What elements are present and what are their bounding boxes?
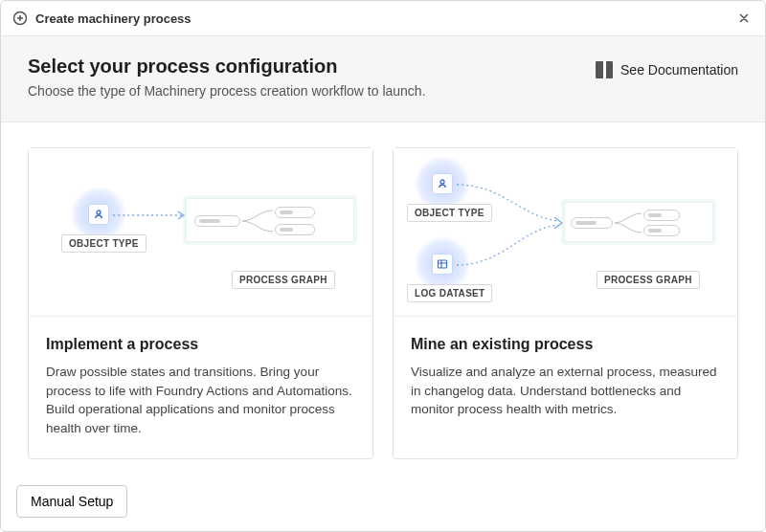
mine-card-body: Mine an existing process Visualize and a… <box>394 317 737 440</box>
manual-setup-button[interactable]: Manual Setup <box>16 485 127 518</box>
object-type-icon <box>432 173 453 194</box>
flow-arrows <box>455 175 566 271</box>
svg-rect-3 <box>439 260 447 268</box>
titlebar: Create machinery process <box>1 1 765 36</box>
implement-illustration: OBJECT TYPE <box>29 148 372 317</box>
page-title: Select your process configuration <box>28 55 596 78</box>
mine-title: Mine an existing process <box>411 336 720 353</box>
footer: Manual Setup <box>1 472 765 531</box>
process-graph-box <box>186 198 354 242</box>
see-documentation-link[interactable]: See Documentation <box>596 61 738 78</box>
implement-title: Implement a process <box>46 336 355 353</box>
doc-link-label: See Documentation <box>620 62 738 78</box>
mine-illustration: OBJECT TYPE LOG DATASET <box>394 148 737 317</box>
process-graph-tag: PROCESS GRAPH <box>232 271 335 289</box>
header: Select your process configuration Choose… <box>1 36 765 122</box>
page-subtitle: Choose the type of Machinery process cre… <box>28 83 596 99</box>
process-graph-tag: PROCESS GRAPH <box>597 271 700 289</box>
svg-point-2 <box>440 180 444 184</box>
flow-arrow <box>111 204 188 233</box>
log-dataset-icon <box>432 254 453 275</box>
create-machinery-dialog: Create machinery process Select your pro… <box>0 0 766 532</box>
process-graph-box <box>564 202 713 242</box>
implement-card-body: Implement a process Draw possible states… <box>29 317 372 458</box>
svg-point-1 <box>97 211 101 214</box>
mine-body: Visualize and analyze an external proces… <box>411 363 720 419</box>
cards-row: OBJECT TYPE <box>1 122 765 459</box>
book-icon <box>596 61 613 78</box>
header-text: Select your process configuration Choose… <box>28 55 596 99</box>
dialog-title: Create machinery process <box>35 11 192 26</box>
implement-body: Draw possible states and transitions. Br… <box>46 363 355 437</box>
card-mine-process[interactable]: OBJECT TYPE LOG DATASET <box>393 147 738 459</box>
plus-circle-icon <box>12 11 28 26</box>
object-type-icon <box>88 204 109 225</box>
log-dataset-tag: LOG DATASET <box>407 284 492 302</box>
object-type-tag: OBJECT TYPE <box>61 234 146 253</box>
close-icon[interactable] <box>734 9 754 28</box>
card-implement-process[interactable]: OBJECT TYPE <box>28 147 373 459</box>
